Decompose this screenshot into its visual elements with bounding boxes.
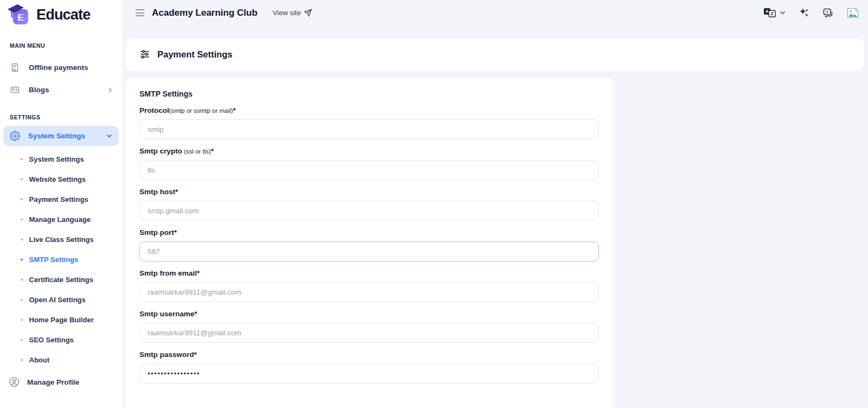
- sliders-icon: [139, 49, 150, 60]
- submenu-item-live-class-settings[interactable]: Live Class Settings: [0, 229, 123, 250]
- user-circle-icon: [9, 377, 20, 387]
- field-label: Smtp port*: [139, 228, 599, 237]
- chevron-down-icon: [106, 133, 112, 139]
- field-smtp-from-email: Smtp from email*: [139, 269, 599, 302]
- field-smtp-port: Smtp port*: [139, 228, 599, 262]
- system-settings-submenu: System Settings Website Settings Payment…: [0, 149, 123, 370]
- field-label: Smtp password*: [139, 350, 599, 359]
- section-label-main-menu: MAIN MENU: [0, 42, 123, 49]
- sparkles-icon: [798, 7, 809, 18]
- smtp-username-input[interactable]: [139, 323, 599, 343]
- smtp-password-input[interactable]: [139, 364, 599, 384]
- submenu-label: Payment Settings: [29, 195, 88, 203]
- translate-icon: A Z: [763, 7, 776, 18]
- submenu-item-smtp-settings[interactable]: SMTP Settings: [0, 250, 123, 270]
- submenu-label: Home Page Builder: [29, 316, 94, 324]
- bullet-dot: [21, 259, 23, 261]
- sidebar-item-manage-profile[interactable]: Manage Profile: [0, 370, 123, 394]
- submenu-item-certificate-settings[interactable]: Certificate Settings: [0, 270, 123, 290]
- submenu-item-open-ai-settings[interactable]: Open AI Settings: [0, 290, 123, 310]
- smtp-host-input[interactable]: [139, 201, 599, 221]
- blog-card-icon: [10, 85, 20, 95]
- field-smtp-password: Smtp password*: [139, 350, 599, 384]
- submenu-label: Manage Language: [29, 215, 91, 224]
- field-label: Smtp crypto (ssl or tls)*: [139, 147, 599, 155]
- submenu-item-website-settings[interactable]: Website Settings: [0, 169, 123, 189]
- bullet-dot: [21, 239, 23, 241]
- chevron-right-icon: [107, 87, 113, 93]
- smtp-from-email-input[interactable]: [139, 282, 599, 302]
- submenu-label: SMTP Settings: [29, 256, 79, 264]
- protocol-input[interactable]: [139, 119, 599, 139]
- sidebar-item-system-settings[interactable]: System Settings: [3, 126, 119, 146]
- sidebar-item-label: Offline payments: [29, 63, 88, 72]
- field-smtp-crypto: Smtp crypto (ssl or tls)*: [139, 147, 599, 180]
- chevron-down-icon: [780, 10, 786, 16]
- svg-text:?: ?: [826, 9, 828, 14]
- help-chat-button[interactable]: ?: [822, 7, 834, 19]
- field-smtp-host: Smtp host*: [139, 188, 599, 221]
- sidebar-item-label: Manage Profile: [27, 378, 79, 386]
- submenu-item-system-settings[interactable]: System Settings: [0, 149, 123, 169]
- submenu-label: Website Settings: [29, 175, 86, 183]
- chat-question-icon: ?: [822, 7, 834, 19]
- form-heading: SMTP Settings: [139, 90, 599, 98]
- receipt-icon: [10, 62, 20, 73]
- field-smtp-username: Smtp username*: [139, 310, 599, 343]
- submenu-label: Live Class Settings: [29, 235, 94, 244]
- field-label: Smtp host*: [139, 188, 599, 196]
- submenu-label: System Settings: [29, 155, 84, 163]
- field-label: Protocol(smtp or ssmtp or mail)*: [139, 106, 599, 114]
- bullet-dot: [21, 279, 23, 281]
- view-site-link[interactable]: View site: [273, 9, 312, 17]
- topbar-actions: A Z: [763, 7, 860, 20]
- sidebar-item-label: System Settings: [28, 132, 85, 140]
- bullet-dot: [21, 359, 23, 361]
- site-title: Academy Learning Club: [152, 8, 258, 18]
- educate-logo-icon: E: [7, 3, 31, 27]
- submenu-label: About: [29, 356, 50, 364]
- submenu-item-about[interactable]: About: [0, 350, 123, 370]
- sidebar-item-blogs[interactable]: Blogs: [0, 79, 123, 101]
- svg-text:Z: Z: [771, 11, 774, 16]
- brand-logo[interactable]: E Educate: [0, 0, 123, 29]
- bullet-dot: [21, 299, 23, 301]
- smtp-settings-card: SMTP Settings Protocol(smtp or ssmtp or …: [126, 78, 612, 408]
- sidebar-item-label: Blogs: [29, 86, 49, 94]
- section-label-settings: SETTINGS: [0, 114, 123, 120]
- ai-assistant-button[interactable]: [798, 7, 809, 18]
- bullet-dot: [21, 219, 23, 221]
- page-title: Payment Settings: [157, 49, 232, 60]
- submenu-item-manage-language[interactable]: Manage Language: [0, 209, 123, 229]
- sidebar: E Educate MAIN MENU Offline payments: [0, 0, 123, 408]
- field-label: Smtp username*: [139, 310, 599, 318]
- language-selector[interactable]: A Z: [763, 7, 786, 18]
- main-area: Academy Learning Club View site A Z: [124, 0, 868, 408]
- broken-image-icon: [846, 7, 860, 20]
- sidebar-item-offline-payments[interactable]: Offline payments: [0, 56, 123, 79]
- bullet-dot: [21, 199, 23, 201]
- submenu-label: Certificate Settings: [29, 276, 93, 284]
- view-site-label: View site: [273, 9, 301, 17]
- bullet-dot: [21, 339, 23, 341]
- smtp-port-input[interactable]: [139, 241, 599, 262]
- smtp-crypto-input[interactable]: [139, 160, 599, 180]
- bullet-dot: [21, 319, 23, 321]
- gear-icon: [10, 131, 20, 141]
- submenu-item-home-page-builder[interactable]: Home Page Builder: [0, 310, 123, 330]
- submenu-item-seo-settings[interactable]: SEO Settings: [0, 330, 123, 350]
- send-icon: [304, 9, 312, 17]
- brand-name: Educate: [36, 7, 90, 23]
- svg-text:E: E: [17, 12, 23, 23]
- submenu-item-payment-settings[interactable]: Payment Settings: [0, 189, 123, 209]
- sidebar-toggle-hamburger-icon[interactable]: [135, 8, 145, 17]
- bullet-dot: [21, 158, 23, 161]
- field-protocol: Protocol(smtp or ssmtp or mail)*: [139, 106, 599, 139]
- submenu-label: Open AI Settings: [29, 296, 86, 304]
- field-label: Smtp from email*: [139, 269, 599, 277]
- bullet-dot: [21, 178, 23, 181]
- topbar: Academy Learning Club View site A Z: [124, 0, 868, 25]
- user-avatar[interactable]: [846, 7, 860, 20]
- page-header-card: Payment Settings: [126, 38, 864, 71]
- submenu-label: SEO Settings: [29, 336, 74, 344]
